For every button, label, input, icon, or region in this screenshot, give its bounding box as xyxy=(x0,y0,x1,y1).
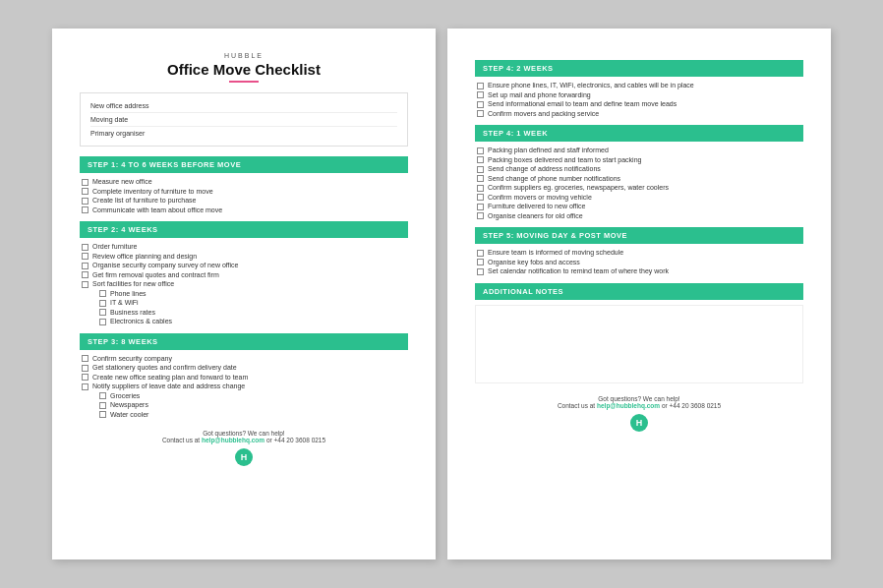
checkbox[interactable] xyxy=(99,392,106,399)
checkbox[interactable] xyxy=(477,83,484,89)
checkbox[interactable] xyxy=(82,253,88,260)
left-footer: Got questions? We can help! Contact us a… xyxy=(80,430,408,466)
list-item: Sort facilities for new office xyxy=(80,280,408,288)
list-item: Create list of furniture to purchase xyxy=(80,197,408,205)
checkbox[interactable] xyxy=(477,175,484,182)
checkbox[interactable] xyxy=(82,206,88,213)
info-box: New office address Moving date Primary o… xyxy=(80,92,408,147)
checkbox[interactable] xyxy=(82,383,88,390)
right-section-header-4: ADDITIONAL NOTES xyxy=(475,283,803,300)
list-item: Packing boxes delivered and team to star… xyxy=(475,156,803,164)
checkbox[interactable] xyxy=(82,188,88,195)
list-item: Newspapers xyxy=(97,401,408,409)
checkbox[interactable] xyxy=(82,244,88,251)
footer-logo-right: H xyxy=(630,414,648,432)
list-item: Review office planning and design xyxy=(80,253,408,261)
checkbox[interactable] xyxy=(99,290,106,297)
title-underline xyxy=(229,81,259,83)
checkbox[interactable] xyxy=(82,271,88,278)
checkbox[interactable] xyxy=(477,101,484,108)
list-item: Confirm suppliers eg. groceries, newspap… xyxy=(475,184,803,192)
list-item: Water cooler xyxy=(97,411,408,419)
list-item: Phone lines xyxy=(97,290,408,298)
info-line-1: New office address xyxy=(90,99,397,113)
checkbox[interactable] xyxy=(477,166,484,173)
checkbox[interactable] xyxy=(477,194,484,201)
pages-container: HUBBLE Office Move Checklist New office … xyxy=(32,9,851,579)
list-item: Send change of phone number notification… xyxy=(475,175,803,183)
list-item: Send informational email to team and def… xyxy=(475,100,803,108)
right-section-header-3: STEP 5: MOVING DAY & POST MOVE xyxy=(475,227,803,244)
contact-link[interactable]: help@hubblehq.com xyxy=(202,437,265,443)
list-item: Business rates xyxy=(97,309,408,317)
checkbox[interactable] xyxy=(477,185,484,192)
checkbox[interactable] xyxy=(477,91,484,98)
list-item: Organise cleaners for old office xyxy=(475,212,803,220)
section-2-items: Order furniture Review office planning a… xyxy=(80,243,408,325)
list-item: Get firm removal quotes and contract fir… xyxy=(80,271,408,279)
checkbox[interactable] xyxy=(82,198,88,205)
right-section-3-items: Ensure team is informed of moving schedu… xyxy=(475,249,803,275)
checkbox[interactable] xyxy=(82,355,88,362)
checkbox[interactable] xyxy=(477,110,484,117)
right-section-2-items: Packing plan defined and staff informed … xyxy=(475,147,803,219)
sub-list-3: Groceries Newspapers Water cooler xyxy=(80,392,408,419)
section-header-3: STEP 3: 8 WEEKS xyxy=(80,333,408,350)
list-item: Electronics & cables xyxy=(97,318,408,325)
list-item: Set up mail and phone forwarding xyxy=(475,91,803,99)
list-item: Create new office seating plan and forwa… xyxy=(80,374,408,382)
additional-notes-box[interactable] xyxy=(475,305,803,383)
section-header-2: STEP 2: 4 WEEKS xyxy=(80,221,408,238)
checkbox[interactable] xyxy=(477,204,484,210)
checkbox[interactable] xyxy=(82,281,88,288)
checkbox[interactable] xyxy=(99,319,106,325)
list-item: Ensure phone lines, IT, WiFi, electronic… xyxy=(475,82,803,89)
list-item: Set calendar notification to remind team… xyxy=(475,267,803,275)
left-page: HUBBLE Office Move Checklist New office … xyxy=(52,29,436,559)
section-1-items: Measure new office Complete inventory of… xyxy=(80,178,408,213)
right-footer: Got questions? We can help! Contact us a… xyxy=(475,395,803,432)
list-item: Organise key fobs and access xyxy=(475,259,803,266)
checkbox[interactable] xyxy=(82,374,88,381)
checkbox[interactable] xyxy=(477,250,484,257)
checkbox[interactable] xyxy=(82,365,88,372)
checkbox[interactable] xyxy=(82,263,88,269)
list-item: Complete inventory of furniture to move xyxy=(80,188,408,196)
list-item: Ensure team is informed of moving schedu… xyxy=(475,249,803,257)
list-item: Furniture delivered to new office xyxy=(475,203,803,210)
main-title: Office Move Checklist xyxy=(80,61,408,78)
checkbox[interactable] xyxy=(99,411,106,418)
checkbox[interactable] xyxy=(99,402,106,409)
checkbox[interactable] xyxy=(99,300,106,307)
info-line-2: Moving date xyxy=(90,113,397,127)
checkbox[interactable] xyxy=(477,259,484,265)
list-item: Confirm movers or moving vehicle xyxy=(475,194,803,202)
checkbox[interactable] xyxy=(99,309,106,316)
right-page: STEP 4: 2 WEEKS Ensure phone lines, IT, … xyxy=(447,29,831,559)
list-item: Notify suppliers of leave date and addre… xyxy=(80,382,408,390)
checkbox[interactable] xyxy=(477,156,484,163)
checkbox[interactable] xyxy=(82,179,88,186)
footer-logo: H xyxy=(235,448,253,466)
checkbox[interactable] xyxy=(477,268,484,275)
section-header-1: STEP 1: 4 TO 6 WEEKS BEFORE MOVE xyxy=(80,156,408,173)
checkbox[interactable] xyxy=(477,147,484,154)
checkbox[interactable] xyxy=(477,212,484,219)
list-item: IT & WiFi xyxy=(97,299,408,307)
brand-name: HUBBLE xyxy=(80,52,408,59)
info-line-3: Primary organiser xyxy=(90,127,397,140)
list-item: Groceries xyxy=(97,392,408,400)
list-item: Confirm security company xyxy=(80,355,408,363)
list-item: Order furniture xyxy=(80,243,408,251)
right-section-1-items: Ensure phone lines, IT, WiFi, electronic… xyxy=(475,82,803,117)
section-3-items: Confirm security company Get stationery … xyxy=(80,355,408,419)
list-item: Measure new office xyxy=(80,178,408,186)
right-section-header-1: STEP 4: 2 WEEKS xyxy=(475,60,803,77)
contact-link-right[interactable]: help@hubblehq.com xyxy=(597,402,660,409)
list-item: Communicate with team about office move xyxy=(80,206,408,214)
list-item: Packing plan defined and staff informed xyxy=(475,147,803,154)
right-section-header-2: STEP 4: 1 WEEK xyxy=(475,125,803,142)
list-item: Confirm movers and packing service xyxy=(475,110,803,118)
list-item: Send change of address notifications xyxy=(475,165,803,173)
list-item: Organise security company survey of new … xyxy=(80,262,408,269)
